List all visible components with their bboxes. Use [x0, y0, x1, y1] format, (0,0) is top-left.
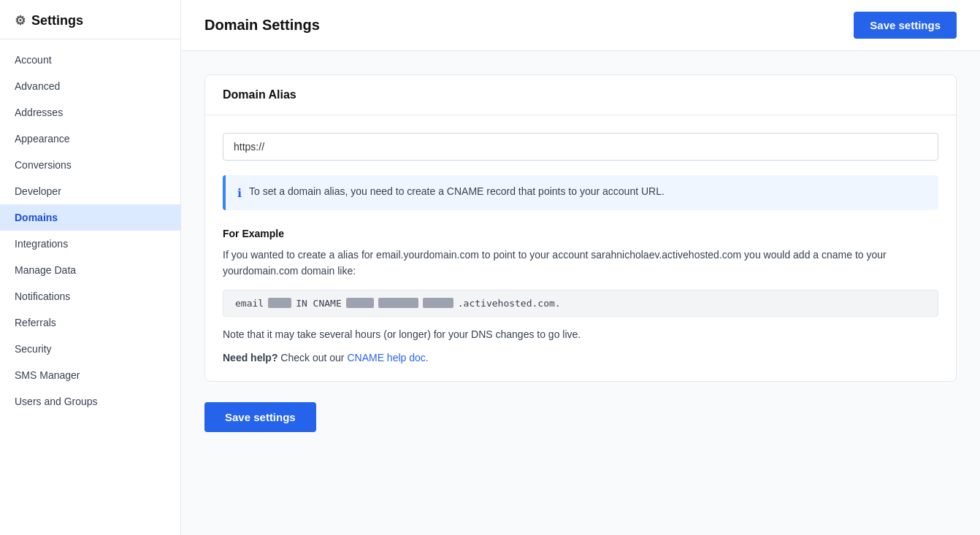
domain-alias-input[interactable]: [223, 133, 938, 161]
code-redacted-1: [268, 298, 291, 308]
sidebar-item-developer[interactable]: Developer: [0, 178, 180, 204]
help-section: Need help? Check out our CNAME help doc.: [223, 352, 938, 363]
sidebar-item-domains[interactable]: Domains: [0, 204, 180, 231]
info-icon: ℹ: [237, 186, 242, 200]
example-text: If you wanted to create a alias for emai…: [223, 247, 938, 280]
code-block: email IN CNAME .activehosted.com.: [223, 290, 938, 317]
sidebar-item-integrations[interactable]: Integrations: [0, 231, 180, 257]
cname-help-link[interactable]: CNAME help doc.: [347, 352, 428, 363]
sidebar-item-notifications[interactable]: Notifications: [0, 283, 180, 309]
info-box: ℹ To set a domain alias, you need to cre…: [223, 175, 938, 210]
content-area: Domain Alias ℹ To set a domain alias, yo…: [181, 51, 980, 535]
code-in-cname: IN CNAME: [296, 298, 342, 309]
note-text: Note that it may take several hours (or …: [223, 328, 938, 340]
card-header-title: Domain Alias: [223, 88, 296, 101]
sidebar-item-security[interactable]: Security: [0, 336, 180, 362]
sidebar-header: ⚙ Settings: [0, 0, 180, 39]
save-settings-button-top[interactable]: Save settings: [854, 12, 957, 39]
page-title: Domain Settings: [204, 17, 320, 34]
save-settings-button-bottom[interactable]: Save settings: [204, 402, 316, 432]
sidebar-item-sms-manager[interactable]: SMS Manager: [0, 362, 180, 388]
sidebar-item-addresses[interactable]: Addresses: [0, 99, 180, 126]
domain-alias-card: Domain Alias ℹ To set a domain alias, yo…: [204, 74, 957, 382]
sidebar-item-account[interactable]: Account: [0, 47, 180, 73]
code-redacted-2: [346, 298, 374, 308]
main-content: Domain Settings Save settings Domain Ali…: [181, 0, 980, 535]
sidebar-title: Settings: [31, 13, 83, 28]
code-redacted-4: [423, 298, 453, 308]
sidebar: ⚙ Settings Account Advanced Addresses Ap…: [0, 0, 181, 535]
sidebar-item-conversions[interactable]: Conversions: [0, 152, 180, 178]
gear-icon: ⚙: [15, 13, 26, 28]
code-prefix: email: [235, 298, 264, 309]
sidebar-item-manage-data[interactable]: Manage Data: [0, 257, 180, 283]
help-intro: Check out our: [280, 352, 347, 363]
code-suffix: .activehosted.com.: [458, 298, 561, 309]
info-message: To set a domain alias, you need to creat…: [249, 185, 665, 197]
card-body: ℹ To set a domain alias, you need to cre…: [205, 115, 956, 381]
sidebar-item-advanced[interactable]: Advanced: [0, 73, 180, 99]
sidebar-item-referrals[interactable]: Referrals: [0, 309, 180, 336]
topbar: Domain Settings Save settings: [181, 0, 980, 51]
sidebar-item-appearance[interactable]: Appearance: [0, 126, 180, 152]
help-bold: Need help?: [223, 352, 277, 363]
sidebar-item-users-and-groups[interactable]: Users and Groups: [0, 388, 180, 415]
example-section-title: For Example: [223, 228, 938, 239]
sidebar-nav: Account Advanced Addresses Appearance Co…: [0, 39, 180, 422]
code-redacted-3: [378, 298, 418, 308]
card-header: Domain Alias: [205, 75, 956, 115]
